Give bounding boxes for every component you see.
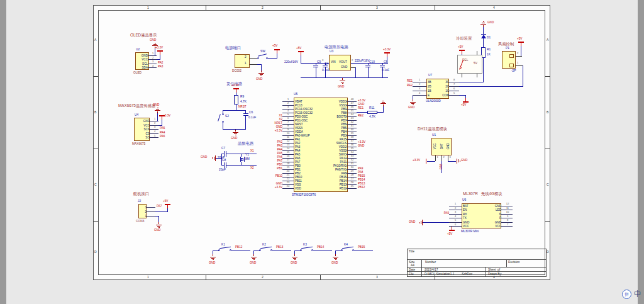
- pin-number: 10: [284, 132, 292, 135]
- wire: [272, 251, 291, 251]
- gnd-symbol: [457, 159, 457, 164]
- pin-name: SCK: [128, 128, 150, 131]
- crystal-body[interactable]: [241, 158, 243, 161]
- designator: R1: [487, 48, 491, 52]
- pin-name: PA5: [295, 153, 300, 156]
- pin-stub: [250, 58, 257, 59]
- pin-row[interactable]: 3 PA7: [140, 205, 168, 210]
- power-net-label: +5V: [163, 200, 168, 203]
- pin-name: PA2: [295, 142, 300, 145]
- wire: [459, 82, 484, 82]
- push-button[interactable]: K3 GND PB14: [293, 243, 334, 271]
- pin-number: 47: [348, 102, 357, 104]
- pin-row[interactable]: 1: [140, 214, 168, 218]
- pin-number: 2: [414, 83, 425, 86]
- cap-plate: [365, 65, 370, 65]
- zone-tick: [435, 5, 435, 10]
- net-label: PB13: [357, 182, 372, 185]
- designator: U4: [135, 113, 138, 117]
- resistor-body[interactable]: [367, 111, 377, 114]
- zone-col: 1: [147, 6, 149, 9]
- pin-number: 8: [450, 79, 458, 81]
- section-title: 无线4G模块: [481, 191, 502, 196]
- pin-number: 4: [450, 215, 460, 218]
- pin-row[interactable]: GND 1: [128, 119, 171, 123]
- pin-number: 3: [140, 206, 147, 209]
- uln-left-pins: RE1 1 3B RE2 2 2B 3 1B 4: [402, 80, 431, 98]
- net-label: PA8: [440, 164, 443, 169]
- pin-name: PB6: [310, 123, 347, 126]
- pin-number: 1: [140, 215, 147, 218]
- pin-row[interactable]: 4 E: [402, 93, 431, 98]
- wire: [223, 123, 223, 129]
- net-label: X1: [270, 114, 282, 117]
- pin-wire: [148, 67, 157, 68]
- designator: C4: [325, 62, 328, 66]
- component-footer: ML307R Mini: [461, 230, 479, 234]
- pin-number: 2: [284, 102, 292, 104]
- pin-name: E: [428, 94, 430, 97]
- pin-name: PD1-OSC: [295, 119, 308, 122]
- pin-name: VCC: [465, 225, 501, 228]
- net-label: +3.3V: [270, 186, 282, 189]
- push-button[interactable]: K2 GND PB13: [252, 243, 293, 271]
- wire: [423, 222, 424, 223]
- pin-number: 41: [348, 125, 357, 127]
- power-net-label: +5V: [296, 47, 301, 50]
- pin-row[interactable]: SDA 4 PA3: [126, 66, 169, 70]
- pin-number: 2: [151, 122, 158, 125]
- pin-number: 21: [284, 174, 292, 176]
- zone-row: A: [94, 38, 96, 42]
- pin-number: 14: [284, 147, 292, 150]
- pin-number: 44: [348, 113, 357, 116]
- component-footer: -2P: [511, 69, 516, 73]
- push-button[interactable]: K4 GND PB15: [334, 243, 375, 271]
- push-button[interactable]: K1 GND PB12: [211, 243, 252, 271]
- pin-number: 4: [151, 130, 158, 133]
- designator: U5: [294, 93, 297, 96]
- gnd-symbol: [210, 254, 216, 260]
- pin-stub: [477, 51, 477, 55]
- power-net-label: +3.3V: [413, 159, 420, 162]
- power-net-label: +3.3V: [383, 48, 391, 51]
- ime-icon[interactable]: 拼: [622, 290, 631, 299]
- wire: [335, 251, 341, 251]
- relay-voltage: 5V: [474, 62, 477, 65]
- pin-name: PB1: [295, 168, 301, 171]
- net-label: PA4: [158, 131, 171, 134]
- pin-row[interactable]: VCC 7: [465, 225, 513, 229]
- titleblock-file-ext: .SchDoc: [461, 273, 472, 276]
- designator: S2: [225, 115, 229, 118]
- pin-name: 3C: [433, 81, 449, 84]
- wire: [483, 58, 484, 82]
- pin-row[interactable]: SO 5 PA6: [128, 136, 171, 140]
- component-body-dc002[interactable]: [235, 54, 250, 68]
- net-label: X2: [270, 118, 282, 121]
- section-title: 电源端口: [225, 45, 241, 50]
- ime-language-indicator[interactable]: 中: [634, 289, 641, 300]
- wire: [523, 65, 523, 87]
- gnd-net-label: GND: [209, 261, 215, 264]
- resistor-body[interactable]: [234, 95, 238, 104]
- gnd-symbol: [251, 254, 257, 260]
- switch-label: SW: [260, 50, 265, 53]
- pin-row[interactable]: PB12 25 PB12: [310, 186, 372, 190]
- pin-number: 33: [348, 155, 357, 157]
- wire: [155, 211, 168, 212]
- pin-name: PB10: [295, 176, 302, 179]
- pin-name: VSS3: [310, 104, 347, 107]
- pin-name: SWIO: [310, 153, 347, 156]
- pin-row[interactable]: +3.3V 24 VDD: [270, 186, 313, 190]
- titleblock-of-label: of: [497, 268, 500, 272]
- switch-terminal[interactable]: [222, 113, 224, 115]
- pin-number: 2: [352, 59, 353, 62]
- power-net-label: +3.3V: [231, 84, 239, 87]
- switch-terminal[interactable]: [257, 57, 259, 59]
- section-title: 风扇控制: [498, 42, 514, 46]
- pin-number: 42: [348, 121, 357, 123]
- pin-stub: [477, 74, 477, 77]
- pin-stub: [516, 56, 522, 57]
- pin-number: 39: [348, 132, 357, 135]
- pin-row[interactable]: COM 5: [433, 93, 459, 98]
- wire: [231, 251, 250, 251]
